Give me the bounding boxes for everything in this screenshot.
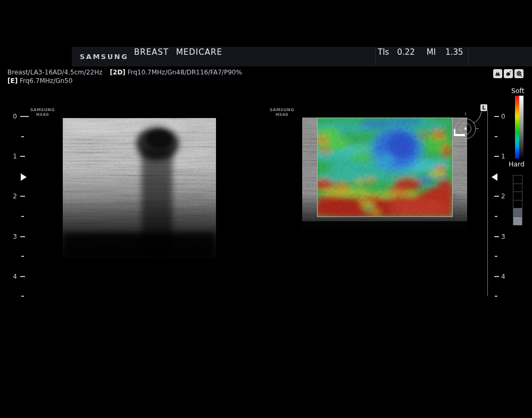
ruler-tick-major (20, 196, 25, 197)
tis-label: TIs (378, 47, 389, 57)
left-ruler-label-4: 4 (9, 273, 17, 280)
right-ruler-label-4: 4 (501, 273, 510, 280)
exam-preset-title: BREAST MEDICARE (134, 47, 222, 57)
colorbar-grayscale (519, 96, 523, 158)
soft-label: Soft (511, 87, 525, 95)
header-separator (375, 48, 376, 65)
elasto-roi (302, 118, 453, 219)
left-ruler-label-3: 3 (9, 233, 17, 240)
param-line-1: Breast/LA3-16AD/4.5cm/22Hz[2D] Frq10.7MH… (7, 69, 242, 76)
cine-reel-glyph (516, 70, 522, 77)
right-ruler-label-2: 2 (501, 193, 510, 200)
left-ruler-label-1: 1 (9, 153, 17, 160)
right-ruler-label-0: 0 (501, 113, 510, 120)
watermark-model: HS40 (26, 112, 60, 117)
ruler-tick-major (494, 116, 499, 117)
ruler-tick-major (494, 196, 499, 197)
ruler-tick-minor (21, 136, 24, 137)
body-marker-icon[interactable] (504, 69, 513, 78)
ruler-tick-minor (495, 256, 497, 257)
ruler-tick-minor (495, 296, 497, 297)
elasticity-colorbar (515, 96, 523, 158)
ruler-tick-minor (495, 216, 497, 217)
ruler-tick-minor (21, 216, 24, 217)
mi-value: 1.35 (445, 47, 463, 57)
watermark-right: SAMSUNG HS40 (265, 107, 299, 117)
body-marker-glyph (505, 70, 512, 77)
ruler-tick-minor (495, 136, 497, 137)
quality-cell (513, 175, 522, 184)
right-ruler-label-3: 3 (501, 233, 510, 240)
mode-2d-tag: [2D] (110, 69, 126, 76)
probe-settings: Breast/LA3-16AD/4.5cm/22Hz (7, 69, 103, 76)
ruler-tick-major (494, 276, 499, 277)
quality-cell (513, 191, 522, 200)
ultrasound-screen: SAMSUNG BREAST MEDICARE TIs 0.22 MI 1.35… (0, 0, 532, 418)
quality-cell-filled (513, 216, 522, 225)
quality-cell (513, 200, 522, 209)
ruler-tick-major (20, 156, 25, 157)
colorbar-rainbow (515, 96, 519, 158)
watermark-left: SAMSUNG HS40 (26, 107, 60, 117)
ruler-tick-major (494, 156, 499, 157)
watermark-model: HS40 (265, 112, 299, 117)
watermark-brand: SAMSUNG (26, 107, 60, 112)
ruler-tick-major (20, 236, 25, 237)
ruler-tick-major (20, 116, 29, 117)
tis-value: 0.22 (397, 47, 414, 57)
elastography-image (302, 118, 467, 232)
mode-e-tag: [E] (7, 77, 18, 85)
ruler-tick-minor (21, 296, 24, 297)
watermark-brand: SAMSUNG (265, 107, 299, 112)
mode-2d-settings: Frq10.7MHz/Gn48/DR116/FA7/P90% (128, 69, 242, 76)
compression-quality-indicator (513, 175, 522, 225)
nipple-dot (464, 128, 467, 130)
mode-e-settings: Frq6.7MHz/Gn50 (20, 77, 72, 85)
ruler-tick-major (494, 236, 499, 237)
quality-cell (513, 183, 522, 193)
ruler-tick-major (20, 276, 25, 277)
left-ruler-label-2: 2 (9, 193, 17, 200)
mi-label: MI (427, 47, 436, 57)
quality-cell-filled (513, 208, 522, 217)
param-line-2: [E] Frq6.7MHz/Gn50 (7, 77, 72, 85)
header-separator (468, 48, 469, 65)
body-marker-graphic[interactable] (450, 101, 489, 143)
dual-view-icon[interactable] (493, 69, 502, 78)
ruler-tick-minor (21, 256, 24, 257)
left-ruler-label-0: 0 (9, 113, 17, 120)
cine-reel-icon[interactable] (514, 69, 523, 78)
focus-marker-left[interactable] (21, 173, 27, 181)
focus-marker-right[interactable] (492, 173, 497, 181)
probe-cable-curve (473, 112, 481, 123)
acoustic-output-readout: TIs 0.22 MI 1.35 (378, 47, 463, 57)
bmode-image (63, 118, 216, 258)
hard-label: Hard (509, 160, 525, 168)
dual-view-glyph (494, 70, 501, 77)
samsung-logo: SAMSUNG (80, 53, 128, 61)
right-ruler-label-1: 1 (501, 153, 510, 160)
